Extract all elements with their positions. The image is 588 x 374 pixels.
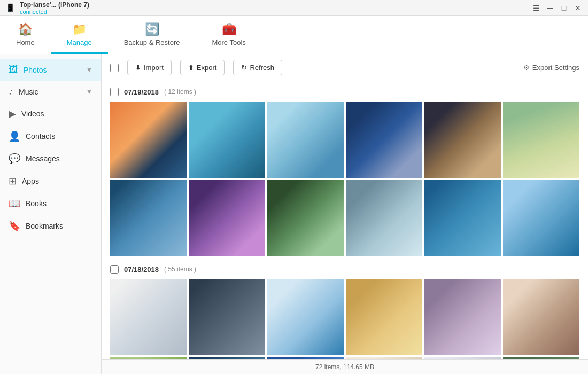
import-button[interactable]: ⬇ Import [127, 60, 172, 75]
nav-tools[interactable]: 🧰 More Tools [196, 16, 261, 54]
maximize-button[interactable]: □ [559, 3, 569, 13]
photo-thumb[interactable] [346, 102, 422, 178]
music-chevron: ▼ [86, 88, 92, 96]
sidebar-photos-label: Photos [24, 66, 47, 74]
photo-thumb[interactable] [503, 357, 579, 359]
sidebar-messages-label: Messages [26, 154, 60, 163]
books-icon: 📖 [9, 198, 20, 209]
photo-thumb[interactable] [503, 102, 579, 178]
sidebar-item-contacts[interactable]: 👤 Contacts [0, 125, 101, 147]
section-1-count: ( 55 items ) [164, 266, 196, 273]
export-settings-button[interactable]: ⚙ Export Settings [523, 64, 579, 72]
sidebar-item-bookmarks[interactable]: 🔖 Bookmarks [0, 215, 101, 237]
date-header-0: 07/19/2018 ( 12 items ) [110, 88, 579, 96]
sidebar-item-messages[interactable]: 💬 Messages [0, 147, 101, 170]
toolbar: ⬇ Import ⬆ Export ↻ Refresh ⚙ Export Set… [102, 54, 588, 81]
import-icon: ⬇ [135, 64, 141, 72]
backup-icon: 🔄 [145, 22, 159, 36]
menu-button[interactable]: ☰ [531, 3, 541, 13]
sidebar-item-music[interactable]: ♪ Music ▼ [0, 81, 101, 103]
date-section-1: 07/18/2018 ( 55 items ) ▶ 00:00:05 [110, 265, 579, 359]
tools-icon: 🧰 [222, 22, 236, 36]
import-label: Import [144, 64, 164, 72]
photo-thumb[interactable] [503, 279, 579, 355]
export-label: Export [197, 64, 217, 72]
section-0-date: 07/19/2018 [124, 88, 159, 96]
nav-manage[interactable]: 📁 Manage [51, 16, 108, 54]
nav-home[interactable]: 🏠 Home [0, 16, 51, 54]
section-0-checkbox[interactable] [110, 88, 119, 96]
photo-thumb[interactable] [110, 102, 187, 178]
export-settings-label: Export Settings [532, 64, 579, 72]
statusbar: 72 items, 114.65 MB [102, 359, 588, 374]
refresh-icon: ↻ [241, 64, 247, 72]
nav-backup[interactable]: 🔄 Backup & Restore [108, 16, 196, 54]
photo-thumb[interactable] [267, 357, 344, 359]
sidebar-item-photos[interactable]: 🖼 Photos ▼ [0, 59, 101, 81]
main-layout: 🖼 Photos ▼ ♪ Music ▼ ▶ Videos 👤 Contacts… [0, 54, 588, 374]
manage-icon: 📁 [72, 22, 87, 36]
refresh-label: Refresh [250, 64, 274, 72]
photo-grid-1: ▶ 00:00:05 [110, 279, 579, 359]
nav-tools-label: More Tools [212, 38, 245, 46]
sidebar-books-label: Books [26, 199, 47, 208]
music-icon: ♪ [9, 86, 13, 97]
section-1-checkbox[interactable] [110, 265, 119, 274]
messages-icon: 💬 [9, 153, 20, 165]
bookmarks-icon: 🔖 [9, 220, 20, 232]
photos-icon: 🖼 [9, 64, 18, 75]
photo-thumb[interactable] [424, 180, 501, 256]
device-status: connected [20, 9, 89, 15]
photo-thumb[interactable] [189, 180, 265, 256]
photo-thumb[interactable] [110, 180, 187, 256]
export-button[interactable]: ⬆ Export [180, 60, 225, 75]
photo-thumb[interactable] [267, 180, 344, 256]
photo-thumb[interactable] [346, 180, 422, 256]
titlebar: 📱 Top-lanse'... (iPhone 7) connected ☰ ─… [0, 0, 588, 16]
sidebar-bookmarks-label: Bookmarks [26, 222, 63, 230]
refresh-button[interactable]: ↻ Refresh [233, 60, 282, 75]
home-icon: 🏠 [18, 22, 33, 36]
contacts-icon: 👤 [9, 130, 20, 142]
photo-grid-0 [110, 102, 579, 256]
section-1-date: 07/18/2018 [124, 266, 159, 274]
sidebar: 🖼 Photos ▼ ♪ Music ▼ ▶ Videos 👤 Contacts… [0, 54, 102, 374]
photo-thumb[interactable] [503, 180, 579, 256]
photo-thumb[interactable] [424, 102, 501, 178]
photos-chevron: ▼ [86, 66, 92, 74]
device-name: Top-lanse'... (iPhone 7) [20, 1, 89, 9]
status-text: 72 items, 114.65 MB [315, 363, 374, 371]
date-header-1: 07/18/2018 ( 55 items ) [110, 265, 579, 274]
sidebar-videos-label: Videos [21, 110, 44, 118]
minimize-button[interactable]: ─ [545, 3, 555, 13]
apps-icon: ⊞ [9, 175, 17, 187]
sidebar-item-videos[interactable]: ▶ Videos [0, 103, 101, 125]
photo-thumb[interactable] [267, 102, 344, 178]
date-section-0: 07/19/2018 ( 12 items ) [110, 88, 579, 256]
nav-manage-label: Manage [67, 38, 92, 46]
photo-thumb[interactable] [189, 279, 265, 355]
export-icon: ⬆ [188, 64, 194, 72]
toolbar-right: ⚙ Export Settings [523, 64, 579, 72]
videos-icon: ▶ [9, 108, 16, 120]
photo-scroll-area[interactable]: 07/19/2018 ( 12 items ) [102, 81, 588, 359]
photo-thumb[interactable] [267, 279, 344, 355]
photo-thumb[interactable] [110, 279, 187, 355]
photo-thumb[interactable] [346, 279, 422, 355]
video-thumb[interactable]: ▶ 00:00:05 [110, 357, 187, 359]
sidebar-item-apps[interactable]: ⊞ Apps [0, 170, 101, 192]
top-navigation: 🏠 Home 📁 Manage 🔄 Backup & Restore 🧰 Mor… [0, 16, 588, 54]
device-icon: 📱 [5, 3, 16, 13]
photo-thumb[interactable] [189, 102, 265, 178]
gear-icon: ⚙ [523, 64, 530, 72]
photo-thumb[interactable] [424, 279, 501, 355]
sidebar-item-books[interactable]: 📖 Books [0, 192, 101, 215]
select-all-checkbox[interactable] [110, 64, 119, 72]
photo-thumb[interactable] [189, 357, 265, 359]
sidebar-apps-label: Apps [22, 177, 39, 185]
photo-thumb[interactable] [424, 357, 501, 359]
close-button[interactable]: ✕ [573, 3, 583, 13]
photo-thumb[interactable] [346, 357, 422, 359]
nav-home-label: Home [16, 38, 35, 46]
device-info: 📱 Top-lanse'... (iPhone 7) connected [5, 1, 89, 15]
